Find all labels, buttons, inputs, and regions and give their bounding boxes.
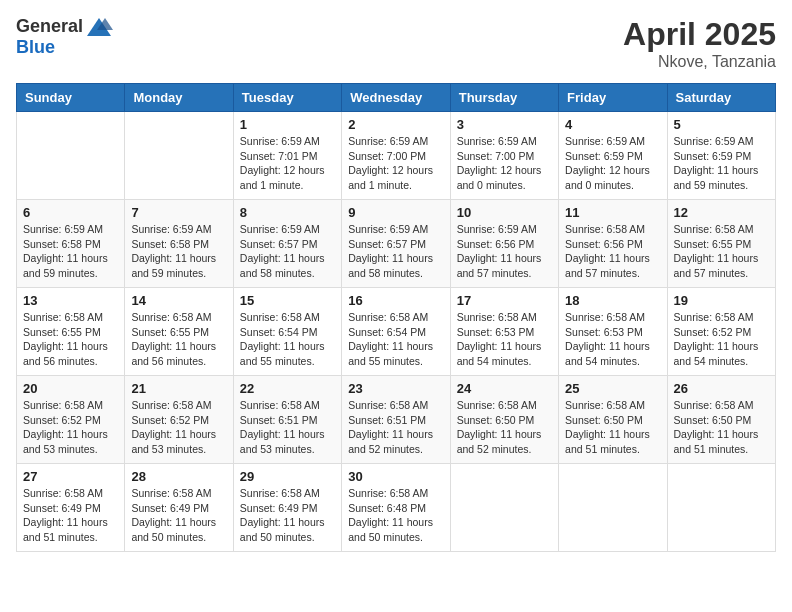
day-info: Sunrise: 6:58 AM Sunset: 6:50 PM Dayligh…: [457, 398, 552, 457]
calendar-cell: 26Sunrise: 6:58 AM Sunset: 6:50 PM Dayli…: [667, 376, 775, 464]
calendar-cell: 15Sunrise: 6:58 AM Sunset: 6:54 PM Dayli…: [233, 288, 341, 376]
day-info: Sunrise: 6:58 AM Sunset: 6:50 PM Dayligh…: [674, 398, 769, 457]
day-number: 22: [240, 381, 335, 396]
calendar-cell: 19Sunrise: 6:58 AM Sunset: 6:52 PM Dayli…: [667, 288, 775, 376]
day-number: 27: [23, 469, 118, 484]
day-number: 25: [565, 381, 660, 396]
day-info: Sunrise: 6:58 AM Sunset: 6:49 PM Dayligh…: [23, 486, 118, 545]
calendar-cell: 1Sunrise: 6:59 AM Sunset: 7:01 PM Daylig…: [233, 112, 341, 200]
day-number: 30: [348, 469, 443, 484]
calendar-cell: [559, 464, 667, 552]
day-info: Sunrise: 6:58 AM Sunset: 6:52 PM Dayligh…: [674, 310, 769, 369]
calendar-cell: 5Sunrise: 6:59 AM Sunset: 6:59 PM Daylig…: [667, 112, 775, 200]
day-number: 10: [457, 205, 552, 220]
title-block: April 2025 Nkove, Tanzania: [623, 16, 776, 71]
week-row-5: 27Sunrise: 6:58 AM Sunset: 6:49 PM Dayli…: [17, 464, 776, 552]
day-info: Sunrise: 6:58 AM Sunset: 6:53 PM Dayligh…: [565, 310, 660, 369]
calendar-location: Nkove, Tanzania: [623, 53, 776, 71]
day-number: 23: [348, 381, 443, 396]
calendar-cell: 12Sunrise: 6:58 AM Sunset: 6:55 PM Dayli…: [667, 200, 775, 288]
calendar-cell: 3Sunrise: 6:59 AM Sunset: 7:00 PM Daylig…: [450, 112, 558, 200]
day-info: Sunrise: 6:59 AM Sunset: 6:56 PM Dayligh…: [457, 222, 552, 281]
day-info: Sunrise: 6:59 AM Sunset: 6:58 PM Dayligh…: [131, 222, 226, 281]
calendar-table: SundayMondayTuesdayWednesdayThursdayFrid…: [16, 83, 776, 552]
calendar-cell: 17Sunrise: 6:58 AM Sunset: 6:53 PM Dayli…: [450, 288, 558, 376]
day-info: Sunrise: 6:59 AM Sunset: 6:58 PM Dayligh…: [23, 222, 118, 281]
day-info: Sunrise: 6:59 AM Sunset: 6:59 PM Dayligh…: [674, 134, 769, 193]
day-info: Sunrise: 6:59 AM Sunset: 6:57 PM Dayligh…: [348, 222, 443, 281]
day-info: Sunrise: 6:58 AM Sunset: 6:49 PM Dayligh…: [240, 486, 335, 545]
day-number: 26: [674, 381, 769, 396]
calendar-cell: [450, 464, 558, 552]
page-header: General Blue April 2025 Nkove, Tanzania: [16, 16, 776, 71]
weekday-header-monday: Monday: [125, 84, 233, 112]
day-number: 9: [348, 205, 443, 220]
day-info: Sunrise: 6:58 AM Sunset: 6:54 PM Dayligh…: [240, 310, 335, 369]
calendar-cell: 24Sunrise: 6:58 AM Sunset: 6:50 PM Dayli…: [450, 376, 558, 464]
day-number: 7: [131, 205, 226, 220]
logo-general: General: [16, 17, 83, 37]
day-number: 20: [23, 381, 118, 396]
day-number: 1: [240, 117, 335, 132]
day-number: 13: [23, 293, 118, 308]
day-info: Sunrise: 6:58 AM Sunset: 6:56 PM Dayligh…: [565, 222, 660, 281]
logo: General Blue: [16, 16, 113, 58]
calendar-cell: 14Sunrise: 6:58 AM Sunset: 6:55 PM Dayli…: [125, 288, 233, 376]
calendar-cell: [667, 464, 775, 552]
day-info: Sunrise: 6:58 AM Sunset: 6:53 PM Dayligh…: [457, 310, 552, 369]
day-info: Sunrise: 6:59 AM Sunset: 7:00 PM Dayligh…: [348, 134, 443, 193]
calendar-cell: 27Sunrise: 6:58 AM Sunset: 6:49 PM Dayli…: [17, 464, 125, 552]
day-info: Sunrise: 6:59 AM Sunset: 7:01 PM Dayligh…: [240, 134, 335, 193]
calendar-title: April 2025: [623, 16, 776, 53]
day-number: 24: [457, 381, 552, 396]
day-number: 8: [240, 205, 335, 220]
day-number: 17: [457, 293, 552, 308]
calendar-cell: 18Sunrise: 6:58 AM Sunset: 6:53 PM Dayli…: [559, 288, 667, 376]
calendar-cell: 28Sunrise: 6:58 AM Sunset: 6:49 PM Dayli…: [125, 464, 233, 552]
calendar-cell: 8Sunrise: 6:59 AM Sunset: 6:57 PM Daylig…: [233, 200, 341, 288]
calendar-cell: 21Sunrise: 6:58 AM Sunset: 6:52 PM Dayli…: [125, 376, 233, 464]
weekday-header-row: SundayMondayTuesdayWednesdayThursdayFrid…: [17, 84, 776, 112]
day-number: 19: [674, 293, 769, 308]
day-info: Sunrise: 6:58 AM Sunset: 6:51 PM Dayligh…: [240, 398, 335, 457]
calendar-cell: 2Sunrise: 6:59 AM Sunset: 7:00 PM Daylig…: [342, 112, 450, 200]
calendar-cell: 23Sunrise: 6:58 AM Sunset: 6:51 PM Dayli…: [342, 376, 450, 464]
calendar-cell: [125, 112, 233, 200]
calendar-cell: 10Sunrise: 6:59 AM Sunset: 6:56 PM Dayli…: [450, 200, 558, 288]
calendar-cell: 4Sunrise: 6:59 AM Sunset: 6:59 PM Daylig…: [559, 112, 667, 200]
day-number: 12: [674, 205, 769, 220]
weekday-header-thursday: Thursday: [450, 84, 558, 112]
calendar-cell: 6Sunrise: 6:59 AM Sunset: 6:58 PM Daylig…: [17, 200, 125, 288]
day-number: 3: [457, 117, 552, 132]
calendar-cell: 30Sunrise: 6:58 AM Sunset: 6:48 PM Dayli…: [342, 464, 450, 552]
day-number: 16: [348, 293, 443, 308]
week-row-4: 20Sunrise: 6:58 AM Sunset: 6:52 PM Dayli…: [17, 376, 776, 464]
weekday-header-tuesday: Tuesday: [233, 84, 341, 112]
day-number: 6: [23, 205, 118, 220]
calendar-cell: [17, 112, 125, 200]
day-info: Sunrise: 6:58 AM Sunset: 6:52 PM Dayligh…: [23, 398, 118, 457]
day-info: Sunrise: 6:59 AM Sunset: 6:57 PM Dayligh…: [240, 222, 335, 281]
day-info: Sunrise: 6:58 AM Sunset: 6:55 PM Dayligh…: [674, 222, 769, 281]
day-info: Sunrise: 6:58 AM Sunset: 6:50 PM Dayligh…: [565, 398, 660, 457]
calendar-cell: 29Sunrise: 6:58 AM Sunset: 6:49 PM Dayli…: [233, 464, 341, 552]
week-row-1: 1Sunrise: 6:59 AM Sunset: 7:01 PM Daylig…: [17, 112, 776, 200]
week-row-3: 13Sunrise: 6:58 AM Sunset: 6:55 PM Dayli…: [17, 288, 776, 376]
day-info: Sunrise: 6:58 AM Sunset: 6:55 PM Dayligh…: [23, 310, 118, 369]
day-number: 4: [565, 117, 660, 132]
calendar-cell: 16Sunrise: 6:58 AM Sunset: 6:54 PM Dayli…: [342, 288, 450, 376]
week-row-2: 6Sunrise: 6:59 AM Sunset: 6:58 PM Daylig…: [17, 200, 776, 288]
logo-icon: [85, 16, 113, 38]
calendar-cell: 25Sunrise: 6:58 AM Sunset: 6:50 PM Dayli…: [559, 376, 667, 464]
day-info: Sunrise: 6:58 AM Sunset: 6:54 PM Dayligh…: [348, 310, 443, 369]
day-number: 21: [131, 381, 226, 396]
calendar-cell: 20Sunrise: 6:58 AM Sunset: 6:52 PM Dayli…: [17, 376, 125, 464]
day-number: 29: [240, 469, 335, 484]
weekday-header-saturday: Saturday: [667, 84, 775, 112]
logo-blue: Blue: [16, 38, 113, 58]
day-number: 28: [131, 469, 226, 484]
day-number: 15: [240, 293, 335, 308]
day-info: Sunrise: 6:59 AM Sunset: 6:59 PM Dayligh…: [565, 134, 660, 193]
day-info: Sunrise: 6:58 AM Sunset: 6:48 PM Dayligh…: [348, 486, 443, 545]
calendar-cell: 7Sunrise: 6:59 AM Sunset: 6:58 PM Daylig…: [125, 200, 233, 288]
